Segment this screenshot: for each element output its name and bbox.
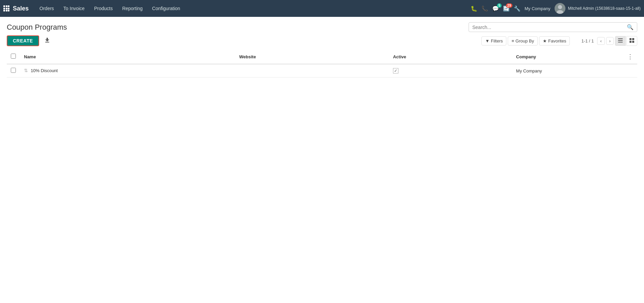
groupby-icon: ≡ — [511, 38, 514, 43]
menu-to-invoice[interactable]: To Invoice — [59, 4, 89, 13]
active-check[interactable]: ✓ — [393, 68, 398, 73]
menu-configuration[interactable]: Configuration — [148, 4, 184, 13]
brand-label[interactable]: Sales — [13, 5, 29, 12]
star-icon: ★ — [543, 38, 547, 43]
data-table: Name Website Active Company ⋮ — [7, 50, 637, 78]
avatar — [555, 3, 565, 14]
prev-page-button[interactable]: ‹ — [597, 37, 605, 45]
col-header-website[interactable]: Website — [235, 50, 389, 64]
row-checkbox-cell — [7, 64, 20, 78]
bug-icon[interactable]: 🐛 — [471, 5, 477, 12]
company-label[interactable]: My Company — [525, 6, 551, 11]
svg-rect-3 — [3, 8, 5, 9]
svg-rect-19 — [632, 41, 634, 43]
svg-rect-0 — [3, 5, 5, 7]
view-toggle — [615, 36, 637, 46]
svg-rect-13 — [618, 38, 623, 39]
col-header-more: ⋮ — [623, 50, 637, 64]
page-title: Coupon Programs — [7, 23, 67, 32]
favorites-button[interactable]: ★ Favorites — [539, 36, 570, 46]
row-name[interactable]: 10% Discount — [31, 68, 58, 73]
kanban-view-button[interactable] — [626, 36, 637, 46]
refresh-badge: 29 — [506, 3, 512, 8]
download-button[interactable] — [42, 36, 53, 46]
svg-rect-7 — [6, 10, 7, 11]
filter-icon: ▼ — [485, 38, 489, 43]
pagination-info: 1-1 / 1 — [581, 38, 594, 43]
svg-rect-12 — [45, 42, 49, 42]
select-all-header — [7, 50, 20, 64]
user-menu[interactable]: Mitchell Admin (15638618-saas-15-1-all) — [555, 3, 641, 14]
more-options-button[interactable]: ⋮ — [627, 53, 633, 60]
svg-rect-1 — [6, 5, 7, 7]
col-header-company[interactable]: Company — [512, 50, 623, 64]
select-all-checkbox[interactable] — [11, 54, 16, 59]
row-checkbox[interactable] — [11, 68, 16, 73]
topnav-menu: Orders To Invoice Products Reporting Con… — [35, 4, 471, 13]
topnav-right: 🐛 📞 💬 5 🔄 29 🔧 My Company Mitchell Admin… — [471, 3, 641, 14]
svg-rect-15 — [618, 42, 623, 42]
groupby-button[interactable]: ≡ Group By — [508, 36, 538, 46]
filters-button[interactable]: ▼ Filters — [481, 36, 506, 46]
chat-icon[interactable]: 💬 5 — [492, 5, 499, 12]
table-body: ⇅ 10% Discount ✓ My Company — [7, 64, 637, 78]
main-content: Coupon Programs 🔍 CREATE ▼ Filters ≡ Gro… — [0, 17, 644, 303]
create-button[interactable]: CREATE — [7, 35, 39, 46]
search-input[interactable] — [472, 25, 627, 30]
page-header: Coupon Programs 🔍 — [0, 17, 644, 32]
search-bar: 🔍 — [469, 22, 637, 32]
next-page-button[interactable]: › — [606, 37, 614, 45]
svg-rect-8 — [8, 10, 9, 11]
toolbar: CREATE ▼ Filters ≡ Group By ★ Favorites … — [0, 32, 644, 50]
row-more — [623, 64, 637, 78]
filter-bar: ▼ Filters ≡ Group By ★ Favorites 1-1 / 1… — [481, 36, 637, 46]
wrench-icon[interactable]: 🔧 — [514, 5, 521, 12]
row-company: My Company — [512, 64, 623, 78]
drag-handle-icon: ⇅ — [24, 68, 28, 73]
list-view-button[interactable] — [615, 36, 626, 46]
menu-reporting[interactable]: Reporting — [118, 4, 147, 13]
col-header-name[interactable]: Name — [20, 50, 235, 64]
search-icon[interactable]: 🔍 — [627, 24, 634, 30]
table-container: Name Website Active Company ⋮ — [0, 50, 644, 78]
svg-rect-16 — [629, 38, 632, 40]
phone-icon[interactable]: 📞 — [481, 5, 488, 12]
svg-rect-17 — [632, 38, 634, 40]
table-header: Name Website Active Company ⋮ — [7, 50, 637, 64]
svg-rect-18 — [629, 41, 632, 43]
row-cell-drag: ⇅ 10% Discount — [20, 64, 235, 77]
svg-rect-2 — [8, 5, 9, 7]
user-name: Mitchell Admin (15638618-saas-15-1-all) — [568, 6, 641, 11]
svg-point-10 — [558, 5, 562, 9]
svg-rect-14 — [618, 40, 623, 41]
row-website — [235, 64, 389, 78]
menu-products[interactable]: Products — [90, 4, 117, 13]
menu-orders[interactable]: Orders — [35, 4, 58, 13]
row-active: ✓ — [389, 64, 512, 78]
table-row[interactable]: ⇅ 10% Discount ✓ My Company — [7, 64, 637, 78]
refresh-icon[interactable]: 🔄 29 — [503, 5, 510, 12]
apps-icon[interactable] — [3, 5, 9, 11]
col-header-active[interactable]: Active — [389, 50, 512, 64]
chat-badge: 5 — [497, 3, 502, 8]
svg-rect-4 — [6, 8, 7, 9]
svg-rect-5 — [8, 8, 9, 9]
topnav: Sales Orders To Invoice Products Reporti… — [0, 0, 644, 17]
svg-rect-6 — [3, 10, 5, 11]
